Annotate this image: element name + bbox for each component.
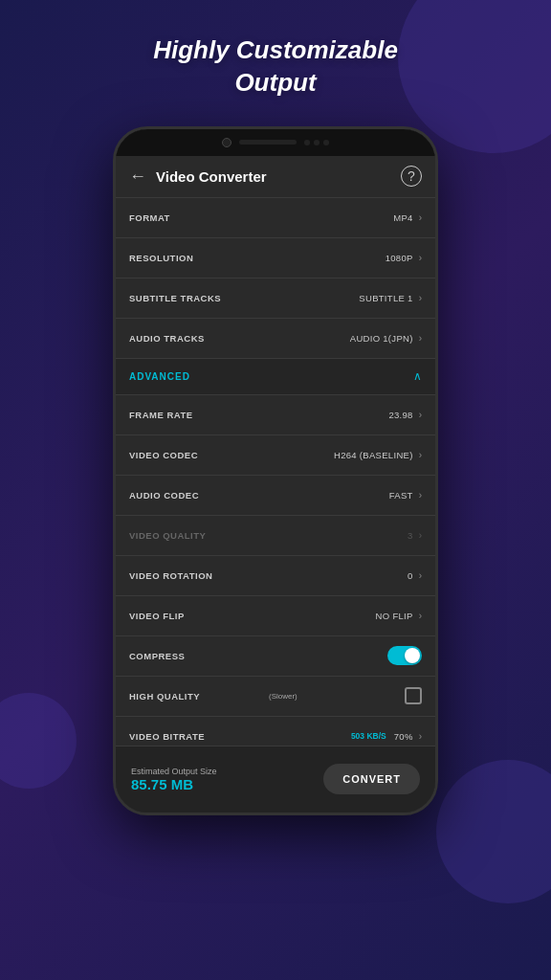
app-toolbar: ← Video Converter ? <box>116 156 435 198</box>
format-chevron: › <box>419 212 422 223</box>
phone-speaker <box>239 140 297 145</box>
subtitle-tracks-value: SUBTITLE 1 <box>359 293 412 303</box>
audio-tracks-label: AUDIO TRACKS <box>129 333 350 344</box>
video-flip-row[interactable]: VIDEO FLIP NO FLIP › <box>116 596 435 636</box>
video-quality-label: VIDEO QUALITY <box>129 530 408 541</box>
subtitle-tracks-chevron: › <box>419 293 422 303</box>
compress-toggle[interactable] <box>387 646 422 665</box>
output-size-label: Estimated Output Size <box>131 767 323 776</box>
video-bitrate-value: 70% <box>394 731 413 742</box>
output-size-value: 85.75 MB <box>131 776 323 792</box>
phone-top-bar <box>116 129 435 156</box>
bg-decoration-2 <box>436 760 551 903</box>
advanced-label: ADVANCED <box>129 371 413 382</box>
resolution-label: RESOLUTION <box>129 253 386 263</box>
video-flip-chevron: › <box>419 611 422 621</box>
frame-rate-row[interactable]: FRAME RATE 23.98 › <box>116 395 435 435</box>
video-bitrate-sub-value: 503 KB/S <box>351 731 386 741</box>
video-quality-value: 3 <box>408 530 413 541</box>
video-quality-chevron: › <box>419 530 422 541</box>
high-quality-checkbox[interactable] <box>405 687 422 704</box>
video-codec-chevron: › <box>419 450 422 460</box>
audio-codec-label: AUDIO CODEC <box>129 490 389 501</box>
screen-title: Video Converter <box>156 168 401 185</box>
subtitle-tracks-row[interactable]: SUBTITLE TRACKS SUBTITLE 1 › <box>116 278 435 319</box>
format-value: MP4 <box>393 212 412 223</box>
phone-dot-3 <box>323 140 329 145</box>
advanced-chevron-icon: ∧ <box>413 369 422 383</box>
compress-label: COMPRESS <box>129 651 387 661</box>
resolution-chevron: › <box>419 253 422 263</box>
subtitle-tracks-label: SUBTITLE TRACKS <box>129 293 359 303</box>
back-button[interactable]: ← <box>129 167 146 187</box>
audio-tracks-row[interactable]: AUDIO TRACKS AUDIO 1(JPN) › <box>116 319 435 359</box>
audio-codec-value: FAST <box>389 490 413 501</box>
video-rotation-label: VIDEO ROTATION <box>129 570 408 581</box>
video-quality-row[interactable]: VIDEO QUALITY 3 › <box>116 516 435 556</box>
video-codec-row[interactable]: VIDEO CODEC H264 (BASELINE) › <box>116 435 435 476</box>
resolution-row[interactable]: RESOLUTION 1080P › <box>116 238 435 278</box>
frame-rate-value: 23.98 <box>388 410 412 420</box>
video-bitrate-label: VIDEO BITRATE <box>129 731 351 742</box>
resolution-value: 1080P <box>386 253 413 263</box>
advanced-section-header[interactable]: ADVANCED ∧ <box>116 359 435 395</box>
high-quality-row[interactable]: HIGH QUALITY (Slower) <box>116 677 435 717</box>
format-row[interactable]: FORMAT MP4 › <box>116 198 435 238</box>
frame-rate-label: FRAME RATE <box>129 410 388 420</box>
audio-tracks-chevron: › <box>419 333 422 344</box>
audio-tracks-value: AUDIO 1(JPN) <box>350 333 413 344</box>
bg-decoration-3 <box>0 693 77 789</box>
format-label: FORMAT <box>129 212 393 223</box>
video-rotation-value: 0 <box>408 570 413 581</box>
video-rotation-chevron: › <box>419 570 422 581</box>
phone-dot-1 <box>304 140 310 145</box>
video-rotation-row[interactable]: VIDEO ROTATION 0 › <box>116 556 435 596</box>
convert-button[interactable]: CONVERT <box>323 764 420 794</box>
phone-camera <box>222 138 231 147</box>
audio-codec-row[interactable]: AUDIO CODEC FAST › <box>116 476 435 516</box>
video-flip-value: NO FLIP <box>376 611 413 621</box>
phone-mockup: ← Video Converter ? FORMAT MP4 › RESOLUT… <box>113 126 438 815</box>
compress-toggle-knob <box>405 648 420 663</box>
bottom-bar: Estimated Output Size 85.75 MB CONVERT <box>116 746 435 813</box>
video-flip-label: VIDEO FLIP <box>129 611 376 621</box>
settings-list: FORMAT MP4 › RESOLUTION 1080P › SUBTITLE… <box>116 198 435 746</box>
help-button[interactable]: ? <box>401 166 422 187</box>
output-info: Estimated Output Size 85.75 MB <box>131 767 323 792</box>
phone-dots <box>304 140 329 145</box>
high-quality-label: HIGH QUALITY <box>129 691 265 702</box>
video-bitrate-chevron: › <box>419 731 422 742</box>
frame-rate-chevron: › <box>419 410 422 420</box>
audio-codec-chevron: › <box>419 490 422 501</box>
video-codec-label: VIDEO CODEC <box>129 450 334 460</box>
video-codec-value: H264 (BASELINE) <box>334 450 413 460</box>
compress-toggle-container <box>387 646 422 665</box>
app-screen: ← Video Converter ? FORMAT MP4 › RESOLUT… <box>116 156 435 813</box>
video-bitrate-row[interactable]: VIDEO BITRATE 503 KB/S 70% › <box>116 717 435 746</box>
phone-dot-2 <box>314 140 320 145</box>
page-heading: Highly Customizable Output <box>153 34 398 100</box>
compress-row[interactable]: COMPRESS <box>116 636 435 677</box>
high-quality-sublabel: (Slower) <box>269 692 405 701</box>
